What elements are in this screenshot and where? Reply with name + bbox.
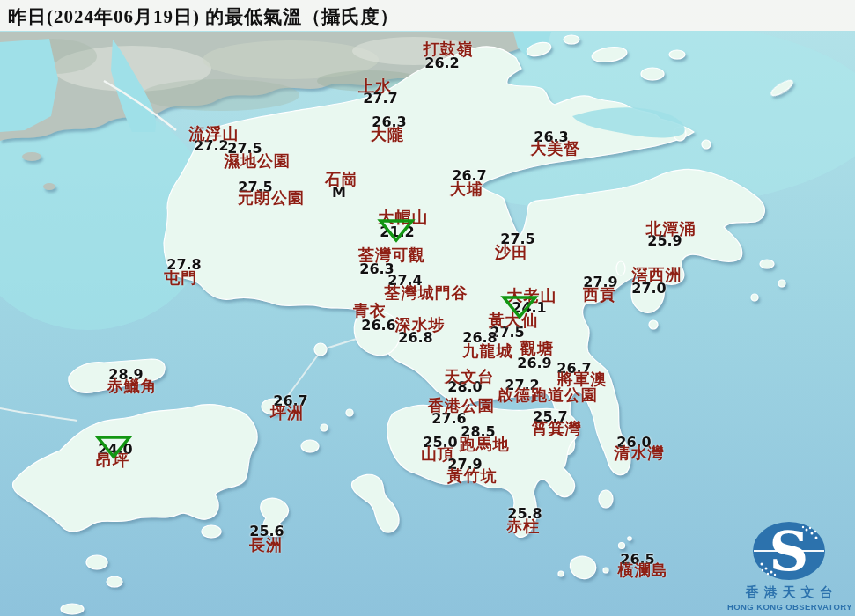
page-title: 昨日(2024年06月19日) 的最低氣溫（攝氏度） <box>8 4 399 29</box>
town-island <box>760 260 774 268</box>
ap-chau-island <box>564 35 579 44</box>
tung-lung-chau-island <box>599 490 613 508</box>
hko-logo-english: HONG KONG OBSERVATORY <box>727 602 851 612</box>
kau-sai-chau-island <box>631 276 664 313</box>
basalt-island <box>778 280 785 287</box>
port-island <box>702 140 711 149</box>
hko-logo-chinese: 香港天文台 <box>727 584 851 601</box>
kau-yi-chau-island <box>346 409 353 416</box>
hei-ling-chau-island <box>301 440 319 452</box>
shelter-island <box>649 320 658 329</box>
typhoon-swirl-glyph: S <box>770 519 809 583</box>
sharp-island <box>616 261 625 275</box>
sunshine-island <box>321 424 328 431</box>
ma-wan-island <box>314 343 327 356</box>
shek-kwu-chau-island <box>202 525 221 538</box>
soko-island-1 <box>86 555 107 569</box>
soko-island-2 <box>107 576 122 587</box>
southwest-islet <box>61 604 84 614</box>
waglan-island <box>619 543 625 549</box>
hko-logo-icon: S <box>740 519 838 583</box>
hko-logo: S 香港天文台 HONG KONG OBSERVATORY <box>727 519 851 612</box>
hko-min-temp-map-screen: 26.2打鼓嶺27.7上水26.3大隴26.3大美督27.2流浮山27.5濕地公… <box>0 0 855 616</box>
